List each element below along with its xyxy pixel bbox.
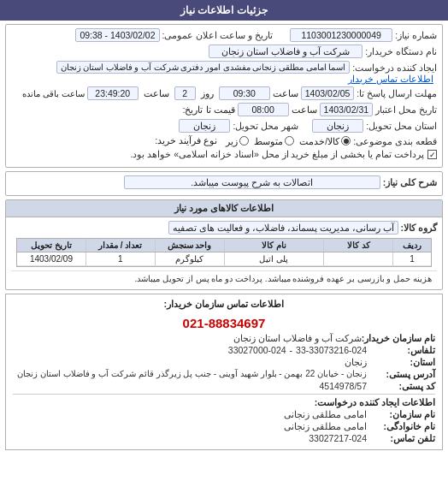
ejad-label: اطلاعات ایجاد کننده درخواست: [315, 397, 435, 407]
radio-zir[interactable]: زیر [226, 136, 249, 146]
morsal-baqimandeh-saat: 23:49:20 [87, 86, 139, 100]
radio-zir-label: زیر [226, 136, 238, 146]
table-row: 1 پلی اتیل کیلوگرم 1 1403/02/09 [17, 252, 431, 266]
row-address: آدرس پستی: زنجان - خیابان 22 بهمن - بلوا… [13, 369, 435, 379]
row-band: قطعه بندی موضوعی: کالا/خدمت متوسط زیر نو… [11, 135, 437, 146]
darkhast-label: ایجاد کننده درخواست: [352, 62, 437, 73]
row-nam-sazman: نام سازمان خریدار: شرکت آب و فاضلاب استا… [13, 333, 435, 343]
cell-nam: پلی اتیل [224, 252, 324, 265]
shomara-label: شماره نیاز: [395, 30, 437, 40]
freight-note: هزینه حمل و بازرسی بر عهده فروشنده میباش… [11, 270, 437, 286]
row-peyvast: پرداخت تمام یا بخشی از مبلغ خرید از محل … [11, 149, 437, 161]
row-shomara-tarikh: شماره نیاز: 1103001230000049 تاریخ و ساع… [11, 28, 437, 42]
cell-tedad: 1 [85, 252, 155, 265]
radio-kala[interactable]: کالا/خدمت [299, 136, 351, 146]
telefon-label: تلفاس: [367, 345, 435, 355]
ejad-khodavand-label: نام خانوادگی: [367, 421, 435, 431]
nam-sazman-label: نام سازمان خریدار: [362, 333, 435, 343]
contact-section: اطلاعات تماس سازمان خریدار: 021-88834697… [5, 294, 443, 450]
peyvast-checkbox[interactable] [427, 150, 437, 159]
sharh-label: شرح کلی نیاز: [383, 177, 437, 187]
morsal-roz: 2 [174, 86, 196, 100]
order-info-section: شماره نیاز: 1103001230000049 تاریخ و ساع… [5, 24, 443, 168]
kala-section-title: اطلاعات کالاهای مورد نیاز [6, 200, 442, 217]
morsal-date: 1403/02/05 [301, 86, 355, 100]
ostaan-contact-label: استان: [367, 357, 435, 367]
radio-motavaset[interactable]: متوسط [254, 136, 294, 146]
cell-radif: 1 [392, 252, 431, 265]
kod-posti-value: 4514978/57 [320, 381, 367, 391]
sharh-value: اتصالات به شرح پیوست میباشد. [124, 175, 380, 189]
etebar-saat: 08:00 [238, 103, 289, 116]
cell-tarikh: 1403/02/09 [17, 252, 85, 265]
ejad-nam-label: نام سازمان: [367, 409, 435, 419]
row-ejad-nam: نام سازمان: امامی مطلقی زنجانی [13, 409, 435, 419]
divider [13, 394, 435, 395]
row-ejad-label: اطلاعات ایجاد کننده درخواست: [13, 397, 435, 407]
tarikh-value: 1403/02/02 - 09:38 [75, 28, 159, 42]
telefon-1: 33-33073216-024 [296, 345, 367, 355]
row-tarikh-etebar: تاریخ محل اعتبار 1403/02/31 ساعت 08:00 ق… [11, 103, 437, 116]
shahr-value: زنجان [179, 119, 230, 133]
morsal-saat: 09:30 [219, 86, 270, 100]
col-tarikh: تاریخ تحویل [17, 239, 85, 252]
kod-posti-label: کد پستی: [367, 381, 435, 391]
row-sharh: شرح کلی نیاز: اتصالات به شرح پیوست میباش… [11, 175, 437, 189]
phone-big: 021-88834697 [13, 313, 435, 333]
radio-kala-circle [341, 136, 351, 146]
address-value: زنجان - خیابان 22 بهمن - بلوار شهید آوین… [17, 369, 367, 378]
morsal-baqimandeh-label: ساعت باقی مانده [22, 89, 85, 98]
radio-zir-circle [239, 136, 249, 146]
nam-sazman-value: شرکت آب و فاضلاب استان زنجان [233, 333, 362, 343]
etebar-label: تاریخ محل اعتبار [375, 104, 437, 115]
page-title: جزئیات اطلاعات نیاز [180, 4, 268, 16]
ejad-telefon-label: تلفن تماس: [367, 433, 435, 443]
row-ostaan-shahr: استان محل تحویل: زنجان شهر محل تحویل: زن… [11, 119, 437, 133]
ejad-khodavand-value: امامی مطلقی زنجانی [284, 421, 367, 431]
row-darkhast: ایجاد کننده درخواست: اسما امامی مطلقی زن… [11, 61, 437, 84]
col-nam: نام کالا [224, 239, 324, 252]
col-radif: ردیف [392, 239, 431, 252]
row-ejad-khodavand: نام خانوادگی: امامی مطلقی زنجانی [13, 421, 435, 431]
row-ejad-telefon: تلفن تماس: 33027217-024 [13, 433, 435, 443]
page-header: جزئیات اطلاعات نیاز [0, 0, 448, 21]
row-morsal: مهلت ارسال پاسخ تا: 1403/02/05 ساعت 09:3… [11, 86, 437, 100]
tarikh-label: تاریخ و ساعت اعلان عمومی: [162, 30, 274, 40]
ejad-telefon-value: 33027217-024 [309, 433, 367, 443]
table-header-row: ردیف کد کالا نام کالا واحد سنجش تعداد / … [17, 239, 431, 252]
kala-section: اطلاعات کالاهای مورد نیاز گروه کالا: آب … [5, 199, 443, 290]
contact-link[interactable]: اطلاعات تماس خریدار [348, 74, 433, 84]
mahall-label: نام دستگاه خریدار: [365, 46, 437, 56]
group-value: آب رسانی، مدیریت پسماند، فاضلاب، و فعالی… [168, 221, 398, 235]
contact-title: اطلاعات تماس سازمان خریدار: [13, 299, 435, 310]
row-kod-posti: کد پستی: 4514978/57 [13, 381, 435, 391]
group-label: گروه کالا: [401, 223, 437, 233]
radio-motavaset-circle [285, 136, 294, 146]
noaa-label: نوع فرآیند خرید: [155, 135, 217, 146]
ostaan-value: زنجان [312, 119, 363, 133]
peyvast-text: پرداخت تمام یا بخشی از مبلغ خرید از محل … [130, 149, 424, 159]
row-ostaan-contact: استان: زنجان [13, 357, 435, 367]
col-kod: کد کالا [323, 239, 392, 252]
band-label: قطعه بندی موضوعی: [353, 136, 437, 146]
row-telefon: تلفاس: 33-33073216-024 - 33027000-024 [13, 345, 435, 355]
kala-table: ردیف کد کالا نام کالا واحد سنجش تعداد / … [16, 238, 432, 267]
ejad-nam-value: امامی مطلقی زنجانی [284, 409, 367, 419]
sharh-section: شرح کلی نیاز: اتصالات به شرح پیوست میباش… [5, 171, 443, 196]
ostaan-label: استان محل تحویل: [366, 121, 437, 131]
etebar-date: 1403/02/31 [320, 103, 374, 116]
shahr-label: شهر محل تحویل: [233, 121, 298, 131]
col-tedad: تعداد / مقدار [85, 239, 155, 252]
radio-motavaset-label: متوسط [254, 136, 283, 146]
address-label: آدرس پستی: [367, 369, 435, 379]
shomara-value: 1103001230000049 [290, 28, 392, 42]
telefon-2: 33027000-024 [228, 345, 286, 355]
radio-kala-label: کالا/خدمت [299, 136, 339, 146]
row-mahall: نام دستگاه خریدار: شرکت آب و فاضلاب استا… [11, 45, 437, 58]
cell-kod [323, 252, 392, 265]
mahall-value: شرکت آب و فاضلاب استان زنجان [209, 45, 363, 58]
morsal-label: مهلت ارسال پاسخ تا: [357, 88, 437, 98]
ostaan-contact-value: زنجان [345, 357, 367, 367]
cell-vahed: کیلوگرم [155, 252, 224, 265]
band-options: کالا/خدمت متوسط زیر نوع فرآیند خرید: [155, 135, 351, 146]
